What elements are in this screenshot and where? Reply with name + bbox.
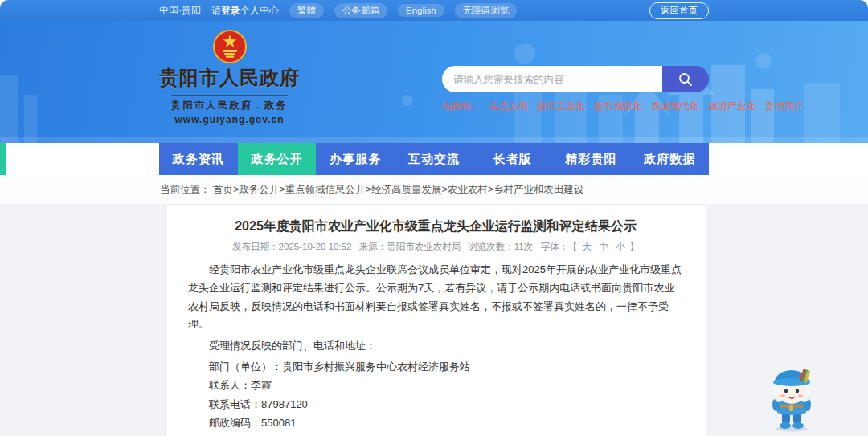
contact-person: 联系人：李霞: [188, 378, 683, 393]
accessibility-button[interactable]: 无障碍浏览: [455, 3, 518, 18]
breadcrumb-path[interactable]: 首页>政务公开>重点领域信息公开>经济高质量发展>农业农村>乡村产业和农田建设: [213, 184, 584, 195]
contact-department: 部门（单位）：贵阳市乡村振兴服务中心农村经济服务站: [188, 360, 683, 374]
site-logo[interactable]: 贵阳市人民政府 贵阳市人民政府．政务 www.guiyang.gov.cn: [159, 30, 300, 125]
nav-item-interaction[interactable]: 互动交流: [395, 143, 473, 175]
hot-word-agriculture[interactable]: 农业现代化: [651, 100, 699, 113]
back-to-home-button[interactable]: 返回首页: [649, 2, 709, 19]
breadcrumb-label: 当前位置：: [160, 184, 211, 195]
article-title: 2025年度贵阳市农业产业化市级重点龙头企业运行监测和评定结果公示: [188, 218, 683, 235]
login-link[interactable]: 请登录个人中心: [211, 4, 279, 18]
national-emblem-icon: [213, 30, 247, 63]
contact-postcode: 邮政编码：550081: [188, 416, 683, 430]
hot-word-intro[interactable]: 贵阳简介: [765, 100, 804, 113]
nav-item-services[interactable]: 办事服务: [316, 143, 395, 175]
article-paragraph: 受理情况反映的部门、电话和地址：: [188, 337, 683, 356]
publish-date: 发布日期：2025-10-20 10:52: [232, 242, 351, 251]
content-area: 2025年度贵阳市农业产业化市级重点龙头企业运行监测和评定结果公示 发布日期：2…: [0, 204, 868, 436]
font-size-large-button[interactable]: 大: [582, 242, 592, 251]
top-utility-bar: 中国·贵阳 请登录个人中心 繁體 公务邮箱 English 无障碍浏览 返回首页: [0, 0, 868, 21]
hot-word-industry[interactable]: 新型工业化: [537, 100, 585, 113]
article-meta: 发布日期：2025-10-20 10:52 来源：贵阳市农业农村局 浏览次数：1…: [188, 241, 683, 253]
mascot-assistant[interactable]: [766, 363, 817, 432]
hot-search-label: 热搜词：: [442, 100, 481, 113]
site-url: www.guiyang.gov.cn: [174, 114, 284, 125]
search-input[interactable]: [442, 66, 662, 92]
search-icon: [678, 71, 694, 88]
nav-item-wonderful-guiyang[interactable]: 精彩贵阳: [552, 143, 631, 175]
article-source: 来源：贵阳市农业农村局: [359, 242, 461, 251]
english-button[interactable]: English: [398, 4, 444, 17]
hot-word-tourism[interactable]: 旅游产业化: [708, 100, 756, 113]
search-area: 热搜词： 生态文明 新型工业化 新型城镇化 农业现代化 旅游产业化 贵阳简介: [442, 30, 709, 125]
browser-page: 中国·贵阳 请登录个人中心 繁體 公务邮箱 English 无障碍浏览 返回首页: [0, 0, 868, 436]
nav-item-gov-data[interactable]: 政府数据: [630, 143, 709, 175]
article-paragraph: 经贵阳市农业产业化市级重点龙头企业联席会议成员单位审定，现对2025年开展的农业…: [188, 261, 683, 334]
hot-search-row: 热搜词： 生态文明 新型工业化 新型城镇化 农业现代化 旅游产业化 贵阳简介: [442, 100, 709, 113]
nav-item-senior[interactable]: 长者版: [473, 143, 552, 175]
font-size-bracket: 】: [629, 242, 639, 251]
traditional-chinese-button[interactable]: 繁體: [289, 3, 324, 18]
main-nav: 政务资讯 政务公开 办事服务 互动交流 长者版 精彩贵阳 政府数据: [0, 143, 868, 175]
search-button[interactable]: [662, 66, 709, 92]
breadcrumb: 当前位置： 首页>政务公开>重点领域信息公开>经济高质量发展>农业农村>乡村产业…: [0, 175, 868, 204]
font-size-medium-button[interactable]: 中: [599, 242, 608, 251]
hot-word-ecology[interactable]: 生态文明: [489, 100, 528, 113]
article-card: 2025年度贵阳市农业产业化市级重点龙头企业运行监测和评定结果公示 发布日期：2…: [165, 204, 706, 436]
font-size-label: 字体：【: [540, 242, 577, 251]
edge-decoration: [0, 143, 6, 175]
official-mail-button[interactable]: 公务邮箱: [334, 3, 387, 18]
nav-item-news[interactable]: 政务资讯: [159, 143, 238, 175]
hot-word-urbanization[interactable]: 新型城镇化: [594, 100, 642, 113]
site-banner: 贵阳市人民政府 贵阳市人民政府．政务 www.guiyang.gov.cn 热搜…: [0, 21, 868, 143]
region-link[interactable]: 中国·贵阳: [159, 4, 201, 18]
site-subtitle: 贵阳市人民政府．政务: [171, 95, 288, 112]
nav-item-disclosure[interactable]: 政务公开: [238, 143, 317, 175]
font-size-small-button[interactable]: 小: [616, 242, 625, 251]
site-title: 贵阳市人民政府: [159, 65, 300, 91]
contact-phone: 联系电话：87987120: [188, 397, 683, 412]
view-count: 浏览次数：11次: [468, 242, 533, 251]
